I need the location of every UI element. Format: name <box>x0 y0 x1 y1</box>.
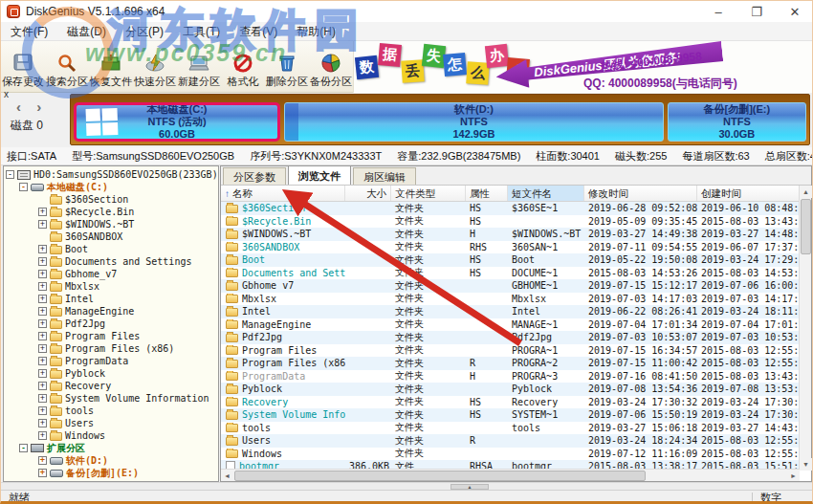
column-header[interactable]: 短文件名 <box>508 186 584 201</box>
table-row[interactable]: $WINDOWS.~BT 文件夹 H $WINDOWS.~BT 2019-03-… <box>221 228 800 241</box>
table-row[interactable]: Boot 文件夹 HS Boot 2019-05-22 19:50:08 201… <box>221 253 800 267</box>
scroll-right-icon[interactable]: ► <box>787 470 800 482</box>
tree-expander-icon[interactable]: + <box>38 431 47 440</box>
tree-expander-icon[interactable]: + <box>38 406 47 415</box>
tree-expander-icon[interactable]: - <box>19 183 28 191</box>
tab-active[interactable]: 浏览文件 <box>288 165 351 185</box>
menu-item-0[interactable]: 文件(F) <box>1 22 57 41</box>
table-row[interactable]: Mbxlsx 文件夹 Mbxlsx 2019-07-03 14:17:03 20… <box>221 293 800 306</box>
vertical-scrollbar[interactable]: ▲ ▼ <box>799 186 811 471</box>
tree-item[interactable]: + 软件(D:) <box>4 454 218 467</box>
vertical-scroll-thumb[interactable] <box>801 199 811 254</box>
tree-expander-icon[interactable]: + <box>38 382 47 390</box>
tree-expander-icon[interactable]: + <box>38 282 47 291</box>
scroll-down-icon[interactable]: ▼ <box>800 458 812 471</box>
column-header[interactable]: ↑名称 <box>221 186 345 201</box>
tree-item[interactable]: + $WINDOWS.~BT <box>4 218 218 230</box>
tree-item[interactable]: - 扩展分区 <box>4 442 218 454</box>
tree-expander-icon[interactable]: + <box>38 357 47 365</box>
partition-0[interactable]: 本地磁盘(C:) NTFS (活动) 60.0GB <box>74 102 280 142</box>
disk-nav-arrows[interactable]: ‹ › <box>16 99 47 115</box>
table-row[interactable]: Program Files 文件夹 PROGRA~1 2019-07-15 16… <box>221 344 800 358</box>
tree-item[interactable]: + tools <box>4 405 218 417</box>
tree-item[interactable]: + ManageEngine <box>4 305 218 318</box>
horizontal-scroll-thumb[interactable] <box>234 471 646 481</box>
tree-item[interactable]: - 本地磁盘(C:) <box>4 181 218 193</box>
tree-expander-icon[interactable]: - <box>6 170 14 179</box>
toolbar-button-quick-partition[interactable]: 快速分区 <box>133 41 177 92</box>
toolbar-button-format[interactable]: 格式化 <box>221 41 265 92</box>
menu-item-2[interactable]: 分区(P) <box>116 22 173 41</box>
table-row[interactable]: Recovery 文件夹 HS Recovery 2019-03-24 17:3… <box>221 396 800 409</box>
table-row[interactable]: $Recycle.Bin 文件夹 HS 2019-05-09 09:35:45 … <box>221 215 800 229</box>
column-header[interactable]: 文件类型 <box>391 186 466 201</box>
tree-item[interactable]: + $Recycle.Bin <box>4 206 218 218</box>
tree-item[interactable]: + Program Files <box>4 330 218 342</box>
menu-item-5[interactable]: 帮助(H) <box>287 22 345 41</box>
toolbar-button-delete-partition[interactable]: 删除分区 <box>265 41 309 92</box>
tree-item[interactable]: + Intel <box>4 293 218 305</box>
tree-item[interactable]: + Users <box>4 417 218 429</box>
table-row[interactable]: 360SANDBOX 文件夹 RHS 360SAN~1 2019-07-11 0… <box>221 241 800 254</box>
menu-item-4[interactable]: 查看(V) <box>230 22 287 41</box>
menu-item-3[interactable]: 工具(T) <box>173 22 230 41</box>
table-row[interactable]: Windows 文件夹 2019-07-12 11:16:09 2015-08-… <box>221 448 800 461</box>
table-row[interactable]: Users 文件夹 R 2019-03-24 18:24:34 2015-08-… <box>221 434 800 448</box>
column-header[interactable]: 大小 <box>345 186 391 201</box>
table-row[interactable]: $360Section 文件夹 HS $360SE~1 2019-06-28 0… <box>221 202 800 215</box>
tree-expander-icon[interactable]: + <box>38 344 47 353</box>
tree-item[interactable]: + ProgramData <box>4 355 218 367</box>
table-row[interactable]: Pdf2Jpg 文件夹 Pdf2Jpg 2019-07-03 10:53:07 … <box>221 331 800 344</box>
disk-panel-close-icon[interactable]: x <box>4 89 9 99</box>
column-header[interactable]: 修改时间 <box>584 186 697 201</box>
table-row[interactable]: ManageEngine 文件夹 MANAGE~1 2019-07-04 17:… <box>221 318 800 332</box>
tree-expander-icon[interactable]: + <box>38 456 47 465</box>
close-button[interactable]: ✕ <box>776 1 813 22</box>
maximize-button[interactable]: ❐ <box>737 1 776 22</box>
tree-item[interactable]: + Mbxlsx <box>4 280 218 293</box>
tree-expander-icon[interactable]: + <box>38 319 47 328</box>
tree-item[interactable]: + Pdf2Jpg <box>4 318 218 330</box>
table-row[interactable]: Intel 文件夹 Intel 2019-06-22 08:26:41 2019… <box>221 305 800 318</box>
table-row[interactable]: Documents and Settings 文件夹 HS DOCUME~1 2… <box>221 267 800 280</box>
tab-inactive[interactable]: 分区参数 <box>223 167 286 185</box>
table-row[interactable]: Program Files (x86) 文件夹 R PROGRA~2 2019-… <box>221 357 800 370</box>
tree-item[interactable]: $360Section <box>4 193 218 206</box>
table-row[interactable]: Pyblock 文件夹 Pyblock 2019-07-08 13:54:36 … <box>221 383 800 396</box>
tree-item[interactable]: + Program Files (x86) <box>4 342 218 355</box>
toolbar-button-recover-files[interactable]: 恢复文件 <box>89 41 133 92</box>
toolbar-button-search[interactable]: 搜索分区 <box>45 41 89 92</box>
partition-1[interactable]: 软件(D:) NTFS 142.9GB <box>284 102 664 142</box>
tree-expander-icon[interactable]: + <box>38 245 47 253</box>
tree-expander-icon[interactable]: + <box>38 394 47 403</box>
tree-expander-icon[interactable]: + <box>38 469 47 477</box>
toolbar-button-save[interactable]: 保存更改 <box>1 41 45 92</box>
tree-expander-icon[interactable]: + <box>38 208 47 216</box>
tree-item[interactable]: + Recovery <box>4 380 218 392</box>
tree-item[interactable]: 360SANDBOX <box>4 230 218 243</box>
tree-item[interactable]: + System Volume Information <box>4 392 218 405</box>
toolbar-button-new-partition[interactable]: 新建分区 <box>177 41 221 92</box>
column-header[interactable]: 创建时间 <box>697 186 800 201</box>
tree-item[interactable]: + Documents and Settings <box>4 255 218 268</box>
tree-item[interactable]: + 备份[勿删](E:) <box>4 467 218 479</box>
minimize-button[interactable]: – <box>699 1 737 22</box>
tree-expander-icon[interactable]: + <box>38 220 47 229</box>
tree-item[interactable]: + Boot <box>4 243 218 255</box>
tree-expander-icon[interactable]: + <box>38 307 47 316</box>
toolbar-button-backup-partition[interactable]: 备份分区 <box>309 41 353 92</box>
tab-inactive[interactable]: 扇区编辑 <box>353 167 416 185</box>
tree-item[interactable]: + Pyblock <box>4 367 218 380</box>
tree-expander-icon[interactable]: + <box>38 332 47 340</box>
tree-expander-icon[interactable]: + <box>38 270 47 278</box>
tree-item[interactable]: + Windows <box>4 429 218 442</box>
horizontal-scrollbar[interactable]: ◄ ► <box>221 469 800 481</box>
scroll-up-icon[interactable]: ▲ <box>800 186 812 198</box>
partition-2[interactable]: 备份[勿删](E:) NTFS 30.0GB <box>668 102 806 142</box>
tree-item[interactable]: + Gbhome_v7 <box>4 268 218 280</box>
table-row[interactable]: System Volume Inform... 文件夹 HS SYSTEM~1 … <box>221 408 800 422</box>
tree-expander-icon[interactable]: + <box>38 419 47 427</box>
tree-expander-icon[interactable]: + <box>38 295 47 303</box>
table-row[interactable]: tools 文件夹 tools 2019-03-27 15:06:18 2019… <box>221 422 800 435</box>
table-row[interactable]: Gbhome_v7 文件夹 GBHOME~1 2019-07-15 15:12:… <box>221 279 800 293</box>
